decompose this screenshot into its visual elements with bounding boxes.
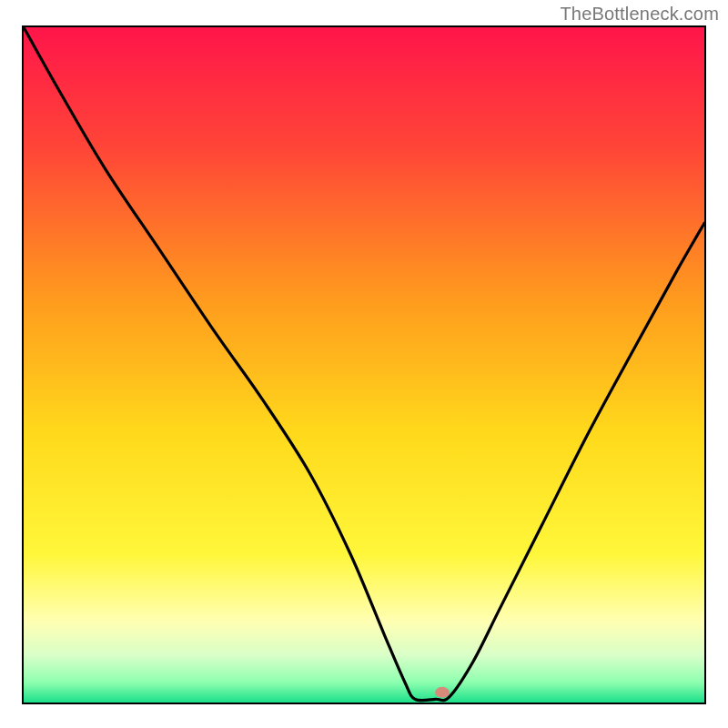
gradient-background (24, 27, 704, 703)
chart-container: TheBottleneck.com (0, 0, 728, 728)
watermark-text: TheBottleneck.com (560, 4, 719, 25)
plot-area (24, 27, 704, 703)
plot-frame (22, 25, 706, 704)
optimal-point-marker (435, 687, 450, 698)
chart-svg (24, 27, 704, 703)
optimal-point-icon (435, 687, 450, 698)
